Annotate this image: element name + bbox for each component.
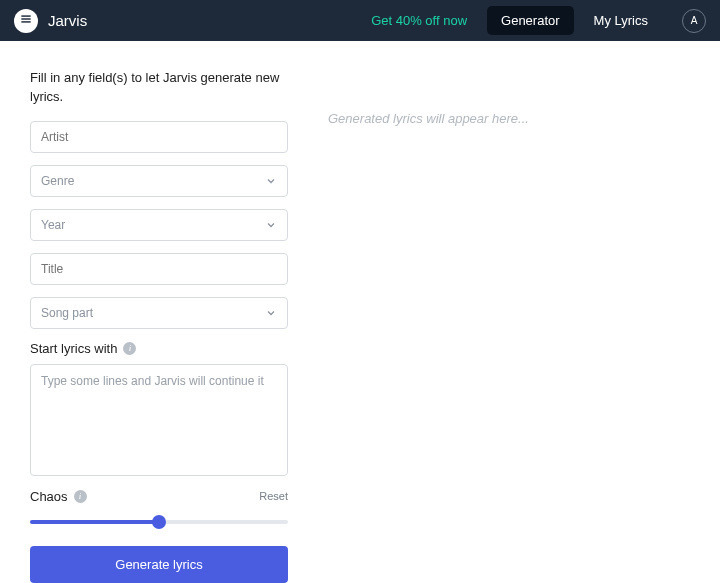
chaos-slider[interactable] (30, 512, 288, 532)
title-input[interactable] (41, 262, 277, 276)
start-lyrics-textarea[interactable] (30, 364, 288, 476)
output-panel: Generated lyrics will appear here... (328, 69, 690, 583)
output-placeholder: Generated lyrics will appear here... (328, 111, 690, 126)
brand-title: Jarvis (48, 12, 87, 29)
app-header: Jarvis Get 40% off now Generator My Lyri… (0, 0, 720, 41)
info-icon[interactable]: i (123, 342, 136, 355)
chevron-down-icon (265, 219, 277, 231)
avatar[interactable]: A (682, 9, 706, 33)
reset-link[interactable]: Reset (259, 490, 288, 502)
songpart-select[interactable]: Song part (30, 297, 288, 329)
chevron-down-icon (265, 175, 277, 187)
main-content: Fill in any field(s) to let Jarvis gener… (0, 41, 720, 583)
chaos-label: Chaos (30, 489, 68, 504)
chevron-down-icon (265, 307, 277, 319)
year-placeholder: Year (41, 218, 265, 232)
artist-input[interactable] (41, 130, 277, 144)
genre-placeholder: Genre (41, 174, 265, 188)
slider-fill (30, 520, 159, 524)
year-select[interactable]: Year (30, 209, 288, 241)
menu-button[interactable] (14, 9, 38, 33)
slider-thumb[interactable] (152, 515, 166, 529)
songpart-placeholder: Song part (41, 306, 265, 320)
start-label-row: Start lyrics with i (30, 341, 288, 356)
nav-generator[interactable]: Generator (487, 6, 574, 35)
genre-select[interactable]: Genre (30, 165, 288, 197)
generate-button[interactable]: Generate lyrics (30, 546, 288, 583)
info-icon[interactable]: i (74, 490, 87, 503)
nav-my-lyrics[interactable]: My Lyrics (580, 6, 662, 35)
start-label: Start lyrics with (30, 341, 117, 356)
promo-link[interactable]: Get 40% off now (371, 13, 467, 28)
menu-icon (19, 12, 33, 29)
artist-field-wrap[interactable] (30, 121, 288, 153)
form-panel: Fill in any field(s) to let Jarvis gener… (30, 69, 288, 583)
title-field-wrap[interactable] (30, 253, 288, 285)
chaos-label-row: Chaos i Reset (30, 489, 288, 504)
instructions-text: Fill in any field(s) to let Jarvis gener… (30, 69, 288, 107)
